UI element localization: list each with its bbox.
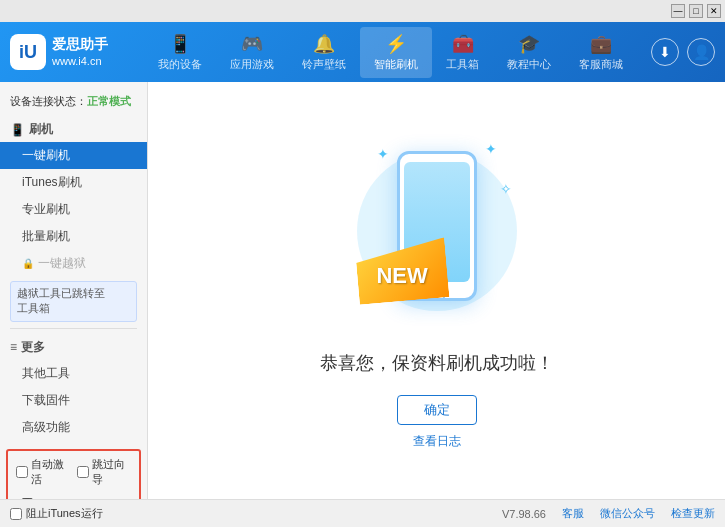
section-more: ≡ 更多 — [0, 335, 147, 360]
wechat-link[interactable]: 微信公众号 — [600, 506, 655, 521]
download-button[interactable]: ⬇ — [651, 38, 679, 66]
content-area: NEW ✦ ✦ ✧ 恭喜您，保资料刷机成功啦！ 确定 查看日志 — [148, 82, 725, 499]
sidebar-divider — [10, 328, 137, 329]
tab-my-devices[interactable]: 📱 我的设备 — [144, 27, 216, 78]
skip-guide-label: 跳过向导 — [92, 457, 132, 487]
header: iU 爱思助手 www.i4.cn 📱 我的设备 🎮 应用游戏 🔔 铃声壁纸 ⚡… — [0, 22, 725, 82]
version-label: V7.98.66 — [502, 508, 546, 520]
jailbreak-note-line1: 越狱工具已跳转至 — [17, 287, 105, 299]
device-phone-icon: 📱 — [16, 497, 38, 499]
jailbreak-note: 越狱工具已跳转至 工具箱 — [10, 281, 137, 322]
maximize-button[interactable]: □ — [689, 4, 703, 18]
status-label: 设备连接状态： — [10, 95, 87, 107]
logo-area: iU 爱思助手 www.i4.cn — [10, 34, 130, 70]
footer-info: V7.98.66 客服 微信公众号 检查更新 — [502, 506, 715, 521]
website: www.i4.cn — [52, 54, 108, 69]
more-section-icon: ≡ — [10, 340, 17, 354]
sidebar-bottom: 自动激活 跳过向导 📱 iPhone 15 Pro Max 512GB iPho… — [6, 449, 141, 499]
device-name: iPhone 15 Pro Max — [44, 495, 131, 499]
confirm-button[interactable]: 确定 — [397, 395, 477, 425]
customer-service-link[interactable]: 客服 — [562, 506, 584, 521]
sidebar-status: 设备连接状态：正常模式 — [0, 90, 147, 117]
brand-name: 爱思助手 — [52, 35, 108, 55]
tab-smart-flash[interactable]: ⚡ 智能刷机 — [360, 27, 432, 78]
block-itunes-checkbox[interactable] — [10, 508, 22, 520]
sidebar-device-area: 自动激活 跳过向导 📱 iPhone 15 Pro Max 512GB iPho… — [0, 449, 147, 499]
block-itunes-label: 阻止iTunes运行 — [26, 506, 103, 521]
tab-toolbox[interactable]: 🧰 工具箱 — [432, 27, 493, 78]
sidebar: 设备连接状态：正常模式 📱 刷机 一键刷机 iTunes刷机 专业刷机 批量刷机… — [0, 82, 148, 499]
tab-apps-games[interactable]: 🎮 应用游戏 — [216, 27, 288, 78]
tab-tutorials[interactable]: 🎓 教程中心 — [493, 27, 565, 78]
sidebar-item-batch-flash[interactable]: 批量刷机 — [0, 223, 147, 250]
sidebar-item-itunes-flash[interactable]: iTunes刷机 — [0, 169, 147, 196]
sidebar-item-advanced[interactable]: 高级功能 — [0, 414, 147, 441]
star-icon-1: ✦ — [377, 146, 389, 162]
device-info: 📱 iPhone 15 Pro Max 512GB iPhone — [16, 491, 131, 499]
auto-activate-checkbox[interactable]: 自动激活 — [16, 457, 71, 487]
tab-toolbox-label: 工具箱 — [446, 57, 479, 72]
logo-icon: iU — [10, 34, 46, 70]
section-flash-label: 刷机 — [29, 121, 53, 138]
close-button[interactable]: ✕ — [707, 4, 721, 18]
star-icon-2: ✦ — [485, 141, 497, 157]
logo-text: 爱思助手 www.i4.cn — [52, 35, 108, 70]
check-update-link[interactable]: 检查更新 — [671, 506, 715, 521]
ringtone-icon: 🔔 — [313, 33, 335, 55]
view-log-link[interactable]: 查看日志 — [413, 433, 461, 450]
tab-devices-label: 我的设备 — [158, 57, 202, 72]
lock-icon: 🔒 — [22, 258, 34, 269]
sidebar-item-download-firmware[interactable]: 下载固件 — [0, 387, 147, 414]
section-more-label: 更多 — [21, 339, 45, 356]
tab-ringtones[interactable]: 🔔 铃声壁纸 — [288, 27, 360, 78]
tab-service[interactable]: 💼 客服商城 — [565, 27, 637, 78]
nav-tabs: 📱 我的设备 🎮 应用游戏 🔔 铃声壁纸 ⚡ 智能刷机 🧰 工具箱 🎓 教程中心… — [130, 27, 651, 78]
main-layout: 设备连接状态：正常模式 📱 刷机 一键刷机 iTunes刷机 专业刷机 批量刷机… — [0, 82, 725, 499]
toolbox-icon: 🧰 — [452, 33, 474, 55]
tab-ringtone-label: 铃声壁纸 — [302, 57, 346, 72]
success-message: 恭喜您，保资料刷机成功啦！ — [320, 351, 554, 375]
titlebar: — □ ✕ — [0, 0, 725, 22]
service-icon: 💼 — [590, 33, 612, 55]
skip-guide-checkbox[interactable]: 跳过向导 — [77, 457, 132, 487]
tab-tutorials-label: 教程中心 — [507, 57, 551, 72]
sidebar-item-other-tools[interactable]: 其他工具 — [0, 360, 147, 387]
tab-flash-label: 智能刷机 — [374, 57, 418, 72]
new-badge-text: NEW — [376, 263, 427, 289]
star-icon-3: ✧ — [500, 181, 512, 197]
flash-icon: ⚡ — [385, 33, 407, 55]
skip-guide-input[interactable] — [77, 466, 89, 478]
tab-apps-label: 应用游戏 — [230, 57, 274, 72]
jailbreak-label: 一键越狱 — [38, 255, 86, 272]
checkbox-row: 自动激活 跳过向导 — [16, 457, 131, 487]
auto-activate-label: 自动激活 — [31, 457, 71, 487]
minimize-button[interactable]: — — [671, 4, 685, 18]
sidebar-item-one-click-flash[interactable]: 一键刷机 — [0, 142, 147, 169]
tutorials-icon: 🎓 — [518, 33, 540, 55]
tab-service-label: 客服商城 — [579, 57, 623, 72]
jailbreak-note-line2: 工具箱 — [17, 302, 50, 314]
devices-icon: 📱 — [169, 33, 191, 55]
auto-activate-input[interactable] — [16, 466, 28, 478]
footer-left: 阻止iTunes运行 — [10, 506, 103, 521]
success-illustration: NEW ✦ ✦ ✧ — [347, 131, 527, 331]
flash-section-icon: 📱 — [10, 123, 25, 137]
apps-icon: 🎮 — [241, 33, 263, 55]
header-right: ⬇ 👤 — [651, 38, 715, 66]
section-flash: 📱 刷机 — [0, 117, 147, 142]
device-details: iPhone 15 Pro Max 512GB iPhone — [44, 495, 131, 499]
user-button[interactable]: 👤 — [687, 38, 715, 66]
status-value: 正常模式 — [87, 95, 131, 107]
sidebar-item-jailbreak: 🔒 一键越狱 — [0, 250, 147, 277]
footer: 阻止iTunes运行 V7.98.66 客服 微信公众号 检查更新 — [0, 499, 725, 527]
sidebar-item-pro-flash[interactable]: 专业刷机 — [0, 196, 147, 223]
